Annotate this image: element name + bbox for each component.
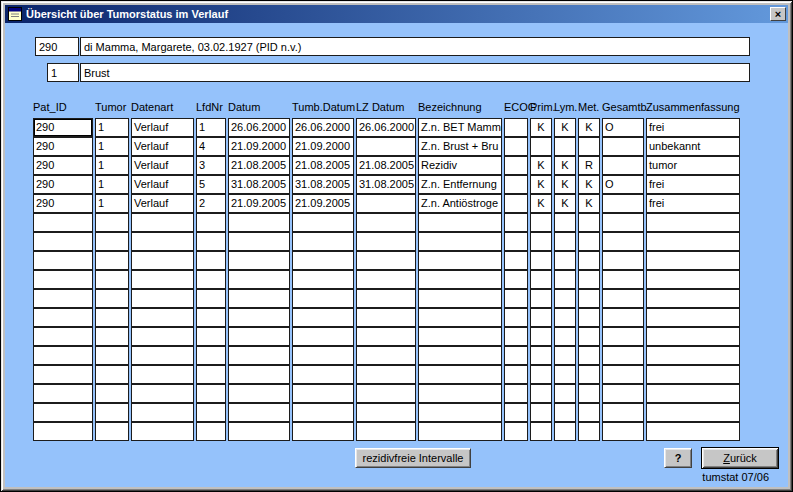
table-cell[interactable] — [418, 213, 502, 232]
table-cell[interactable] — [33, 251, 93, 270]
table-cell[interactable] — [602, 384, 644, 403]
table-cell[interactable]: K — [578, 175, 600, 194]
table-cell[interactable]: 21.08.2005 — [356, 156, 416, 175]
table-cell[interactable] — [418, 422, 502, 441]
tumor-number-field[interactable] — [47, 63, 79, 82]
table-cell[interactable]: 290 — [33, 137, 93, 156]
table-cell[interactable] — [95, 403, 129, 422]
table-cell[interactable]: 5 — [196, 175, 226, 194]
table-cell[interactable] — [504, 403, 528, 422]
table-cell[interactable]: 1 — [95, 156, 129, 175]
table-cell[interactable]: 1 — [95, 194, 129, 213]
table-cell[interactable] — [602, 365, 644, 384]
table-cell[interactable] — [578, 346, 600, 365]
table-cell[interactable] — [578, 384, 600, 403]
table-cell[interactable] — [131, 327, 194, 346]
close-button[interactable]: × — [770, 7, 786, 21]
table-cell[interactable] — [33, 403, 93, 422]
table-cell[interactable] — [95, 289, 129, 308]
table-cell[interactable] — [95, 327, 129, 346]
table-cell[interactable] — [33, 232, 93, 251]
table-cell[interactable] — [602, 403, 644, 422]
table-cell[interactable] — [530, 346, 552, 365]
table-cell[interactable] — [530, 213, 552, 232]
table-cell[interactable] — [530, 137, 552, 156]
table-cell[interactable]: frei — [646, 175, 740, 194]
table-cell[interactable] — [292, 422, 354, 441]
tumor-name-field[interactable] — [80, 63, 750, 82]
table-cell[interactable] — [33, 308, 93, 327]
table-cell[interactable] — [228, 422, 290, 441]
table-cell[interactable] — [228, 289, 290, 308]
table-cell[interactable] — [554, 327, 576, 346]
table-cell[interactable] — [95, 251, 129, 270]
table-cell[interactable]: Rezidiv — [418, 156, 502, 175]
table-cell[interactable] — [554, 422, 576, 441]
table-cell[interactable] — [602, 270, 644, 289]
table-cell[interactable] — [131, 346, 194, 365]
table-cell[interactable] — [228, 327, 290, 346]
table-cell[interactable] — [504, 384, 528, 403]
table-cell[interactable]: K — [578, 194, 600, 213]
table-cell[interactable] — [131, 289, 194, 308]
table-cell[interactable] — [356, 365, 416, 384]
table-cell[interactable] — [33, 346, 93, 365]
table-cell[interactable] — [418, 384, 502, 403]
table-cell[interactable]: Verlauf — [131, 156, 194, 175]
table-cell[interactable]: K — [554, 156, 576, 175]
table-cell[interactable]: K — [530, 118, 552, 137]
table-cell[interactable] — [530, 270, 552, 289]
table-cell[interactable] — [228, 346, 290, 365]
table-cell[interactable]: 21.09.2000 — [292, 137, 354, 156]
table-cell[interactable]: 21.09.2005 — [292, 194, 354, 213]
table-cell[interactable]: frei — [646, 118, 740, 137]
table-cell[interactable] — [578, 289, 600, 308]
table-cell[interactable] — [530, 289, 552, 308]
table-cell[interactable]: 31.08.2005 — [228, 175, 290, 194]
table-cell[interactable] — [504, 365, 528, 384]
table-cell[interactable] — [33, 327, 93, 346]
table-cell[interactable] — [292, 232, 354, 251]
table-cell[interactable] — [602, 308, 644, 327]
table-cell[interactable]: 290 — [33, 156, 93, 175]
table-cell[interactable] — [578, 137, 600, 156]
table-cell[interactable]: Verlauf — [131, 137, 194, 156]
table-cell[interactable] — [356, 308, 416, 327]
table-cell[interactable] — [131, 232, 194, 251]
table-cell[interactable] — [131, 251, 194, 270]
table-cell[interactable] — [33, 289, 93, 308]
table-cell[interactable] — [602, 194, 644, 213]
table-cell[interactable] — [131, 422, 194, 441]
table-cell[interactable] — [646, 365, 740, 384]
table-cell[interactable] — [646, 251, 740, 270]
table-cell[interactable] — [196, 308, 226, 327]
table-cell[interactable] — [646, 213, 740, 232]
table-cell[interactable] — [196, 327, 226, 346]
table-cell[interactable] — [196, 251, 226, 270]
table-cell[interactable] — [356, 137, 416, 156]
table-cell[interactable] — [131, 403, 194, 422]
back-button[interactable]: Zurück — [701, 447, 779, 469]
intervals-button[interactable]: rezidivfreie Intervalle — [355, 448, 471, 468]
table-cell[interactable] — [554, 346, 576, 365]
table-cell[interactable] — [228, 403, 290, 422]
table-cell[interactable] — [578, 327, 600, 346]
table-cell[interactable]: K — [530, 156, 552, 175]
table-cell[interactable]: 2 — [196, 194, 226, 213]
table-cell[interactable] — [131, 270, 194, 289]
table-cell[interactable] — [228, 213, 290, 232]
table-cell[interactable] — [554, 289, 576, 308]
table-cell[interactable] — [554, 384, 576, 403]
table-cell[interactable] — [95, 365, 129, 384]
table-cell[interactable] — [95, 270, 129, 289]
table-cell[interactable] — [602, 289, 644, 308]
table-cell[interactable] — [602, 422, 644, 441]
table-cell[interactable] — [356, 403, 416, 422]
table-cell[interactable] — [578, 308, 600, 327]
table-cell[interactable]: 21.09.2005 — [228, 194, 290, 213]
table-cell[interactable] — [196, 213, 226, 232]
table-cell[interactable]: Z.n. Brust + Bru — [418, 137, 502, 156]
table-cell[interactable]: 26.06.2000 — [292, 118, 354, 137]
table-cell[interactable] — [196, 422, 226, 441]
table-cell[interactable] — [356, 346, 416, 365]
